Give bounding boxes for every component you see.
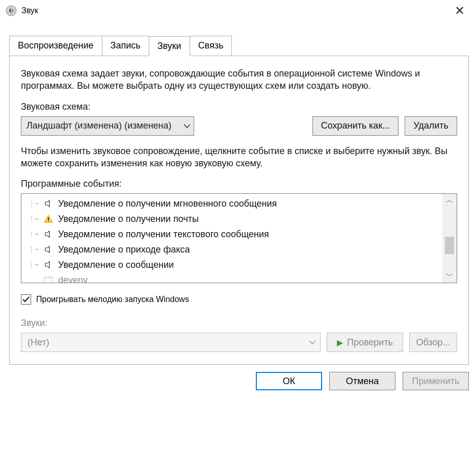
tab-panel: Звуковая схема задает звуки, сопровождаю… [9,56,469,365]
event-item[interactable]: ⋮⋯ Уведомление о получении мгновенного с… [21,196,442,211]
save-as-button[interactable]: Сохранить как... [312,116,399,136]
speaker-icon [43,260,54,269]
dialog-buttons: ОК Отмена Применить [0,365,476,394]
scrollbar[interactable]: ︿ ﹀ [442,194,457,283]
svg-rect-4 [44,277,52,279]
checkbox-icon [21,294,31,305]
tab-strip: Воспроизведение Запись Звуки Связь [9,36,476,56]
chevron-down-icon [183,123,191,129]
sound-icon [5,5,17,17]
scroll-down-icon[interactable]: ﹀ [446,271,453,281]
test-label: Проверить [347,337,393,348]
scheme-combobox[interactable]: Ландшафт (изменена) (изменена) [21,116,194,136]
delete-button[interactable]: Удалить [405,116,457,136]
sounds-combobox[interactable]: (Нет) [21,333,321,352]
event-label: Уведомление о сообщении [58,260,174,270]
tab-sounds[interactable]: Звуки [149,36,190,56]
close-button[interactable]: ✕ [448,3,471,19]
window-title: Звук [21,6,448,15]
event-item[interactable]: devenv [21,272,442,283]
events-description: Чтобы изменить звуковое сопровождение, щ… [21,145,457,170]
events-label: Программные события: [21,179,457,189]
browse-button[interactable]: Обзор... [409,333,457,352]
tab-recording[interactable]: Запись [102,36,149,56]
speaker-icon [43,230,54,239]
scheme-value: Ландшафт (изменена) (изменена) [27,120,180,131]
event-label: devenv [58,275,88,283]
warning-icon [43,214,54,223]
cancel-button[interactable]: Отмена [329,372,395,390]
scheme-description: Звуковая схема задает звуки, сопровождаю… [21,67,457,92]
startup-sound-label: Проигрывать мелодию запуска Windows [36,295,189,304]
event-item[interactable]: ⋮⋯ Уведомление о получении почты [21,211,442,227]
apply-button[interactable]: Применить [403,372,469,390]
sounds-label: Звуки: [21,318,457,329]
event-label: Уведомление о получении почты [58,214,199,224]
test-button[interactable]: ▶ Проверить [327,333,403,352]
events-listbox[interactable]: ⋮⋯ Уведомление о получении мгновенного с… [21,193,457,283]
events-list-inner: ⋮⋯ Уведомление о получении мгновенного с… [21,194,442,283]
tab-communications[interactable]: Связь [190,36,232,56]
scroll-up-icon[interactable]: ︿ [446,196,453,205]
titlebar: Звук ✕ [0,0,476,21]
event-item[interactable]: ⋮⋯ Уведомление о приходе факса [21,242,442,257]
event-label: Уведомление о приходе факса [58,244,190,255]
scheme-label: Звуковая схема: [21,102,457,112]
svg-rect-1 [48,217,49,220]
app-icon [43,277,54,283]
scroll-thumb[interactable] [445,237,454,254]
play-icon: ▶ [337,338,343,347]
tab-playback[interactable]: Воспроизведение [9,36,102,56]
svg-rect-2 [48,220,49,221]
sounds-value: (Нет) [28,337,309,348]
ok-button[interactable]: ОК [256,372,322,390]
speaker-icon [43,199,54,208]
event-label: Уведомление о получении текстового сообщ… [58,229,269,240]
chevron-down-icon [309,340,316,345]
event-label: Уведомление о получении мгновенного сооб… [58,198,277,209]
speaker-icon [43,245,54,254]
event-item[interactable]: ⋮⋯ Уведомление о получении текстового со… [21,227,442,242]
startup-sound-checkbox[interactable]: Проигрывать мелодию запуска Windows [21,294,457,305]
event-item[interactable]: ⋮⋯ Уведомление о сообщении [21,257,442,272]
